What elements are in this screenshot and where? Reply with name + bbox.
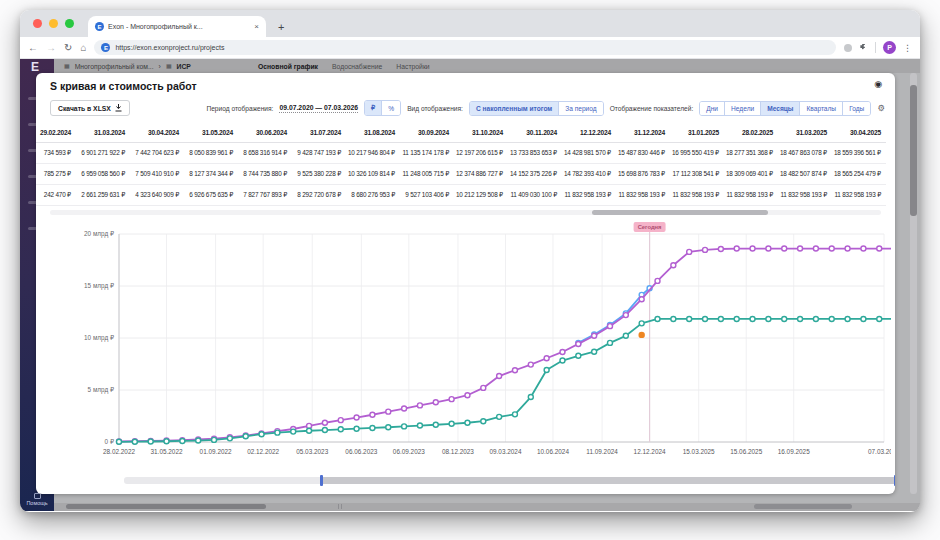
series-purple-marker — [354, 415, 359, 420]
panel-header: S кривая и стоимость работ ◉ — [36, 73, 895, 92]
table-cell: 6 926 675 635 ₽ — [184, 185, 238, 206]
panel-settings-icon[interactable]: ◉ — [874, 80, 882, 89]
table-column-header: 31.12.2024 — [616, 123, 670, 143]
table-cell: 11 832 958 193 ₽ — [778, 185, 832, 206]
download-xlsx-button[interactable]: Скачать в XLSX — [50, 100, 130, 116]
series-purple-marker — [829, 246, 834, 251]
granularity-option-0[interactable]: Дни — [700, 102, 724, 115]
app-tab-2[interactable]: Настройки — [396, 63, 429, 70]
page-bottom-scrollbar — [54, 503, 920, 511]
series-teal-marker — [417, 423, 422, 428]
brush-selected-range[interactable] — [322, 477, 895, 484]
series-teal-marker — [512, 412, 517, 417]
back-icon[interactable]: ← — [28, 43, 38, 53]
bottom-scrollbar-thumb[interactable] — [66, 504, 266, 509]
app-top-strip: ▦ Многопрофильный ком... › ▦ ИСР Основно… — [54, 59, 920, 73]
table-cell: 11 832 958 193 ₽ — [616, 185, 670, 206]
x-tick-label: 28.02.2022 — [103, 448, 135, 455]
browser-tab[interactable]: E Exon - Многопрофильный к... × — [88, 16, 266, 37]
series-teal-marker — [639, 321, 644, 326]
x-tick-label: 06.06.2023 — [345, 448, 377, 455]
table-cell: 7 827 767 893 ₽ — [238, 185, 292, 206]
tab-title: Exon - Многопрофильный к... — [108, 23, 250, 30]
app-tab-1[interactable]: Водоснабжение — [332, 63, 382, 70]
new-tab-button[interactable]: + — [278, 22, 284, 33]
series-purple-marker — [560, 349, 565, 354]
forward-icon[interactable]: → — [46, 43, 56, 53]
y-tick-label: 0 ₽ — [105, 438, 114, 445]
x-tick-label: 10.06.2024 — [537, 448, 569, 455]
chart-brush[interactable] — [124, 477, 895, 484]
granularity-option-4[interactable]: Годы — [842, 102, 870, 115]
series-teal-marker — [259, 432, 264, 437]
bottom-scrollbar-thumb[interactable] — [754, 504, 852, 509]
series-teal-marker — [497, 414, 502, 419]
exon-app: E Помощь ▦ Многопрофильный ком... › ▦ ИС… — [20, 59, 920, 511]
series-teal-marker — [607, 340, 612, 345]
series-purple-marker — [528, 362, 533, 367]
series-purple-marker — [386, 409, 391, 414]
url-text: https://exon.exonproject.ru/projects — [115, 44, 224, 51]
table-column-header: 31.01.2025 — [670, 123, 724, 143]
series-teal-marker — [829, 316, 834, 321]
view-mode-option-1[interactable]: За период — [558, 102, 602, 115]
series-teal-marker — [544, 367, 549, 372]
granularity-option-2[interactable]: Месяцы — [760, 102, 799, 115]
toolbar-right: P ⋮ — [844, 41, 912, 54]
table-cell: 9 527 103 406 ₽ — [400, 185, 454, 206]
series-teal-marker — [734, 316, 739, 321]
granularity-option-1[interactable]: Недели — [724, 102, 760, 115]
breadcrumb-project[interactable]: Многопрофильный ком... — [75, 63, 154, 70]
table-column-header: 30.06.2024 — [238, 123, 292, 143]
brush-right-handle[interactable] — [894, 475, 895, 486]
series-purple-marker — [497, 374, 502, 379]
table-cell: 9 525 380 228 ₽ — [292, 164, 346, 185]
extensions-icon[interactable] — [859, 43, 868, 52]
table-cell: 14 152 375 226 ₽ — [508, 164, 562, 185]
chart-gear-icon[interactable]: ⚙ — [877, 104, 885, 113]
window-close-button[interactable] — [33, 19, 42, 28]
granularity-option-3[interactable]: Кварталы — [799, 102, 842, 115]
app-tab-0[interactable]: Основной график — [258, 63, 318, 70]
status-circle-icon[interactable] — [844, 44, 852, 52]
currency-option-1[interactable]: % — [381, 101, 400, 115]
series-purple-marker — [798, 246, 803, 251]
table-cell: 785 275 ₽ — [36, 164, 76, 185]
breadcrumb-current: ИСР — [177, 63, 191, 70]
series-teal-marker — [750, 316, 755, 321]
table-cell: 4 323 640 909 ₽ — [130, 185, 184, 206]
scurve-chart: 28.02.202231.05.202201.09.202202.12.2022… — [39, 220, 891, 472]
x-tick-label: 01.09.2022 — [200, 448, 232, 455]
brush-left-handle[interactable] — [320, 475, 323, 486]
home-icon[interactable]: ⌂ — [80, 43, 86, 53]
page-vertical-scrollbar — [910, 73, 917, 494]
period-range-value[interactable]: 09.07.2020 — 07.03.2026 — [279, 104, 358, 113]
menu-kebab-icon[interactable]: ⋮ — [903, 43, 912, 53]
panel-toolbar: Скачать в XLSX Период отображения: 09.07… — [36, 92, 895, 116]
panel-title: S кривая и стоимость работ — [50, 80, 197, 92]
app-nav-tabs: Основной графикВодоснабжениеНастройки — [258, 63, 430, 70]
tab-close-icon[interactable]: × — [254, 22, 259, 31]
series-purple-marker — [607, 324, 612, 329]
window-zoom-button[interactable] — [65, 19, 74, 28]
series-teal-marker — [845, 316, 850, 321]
series-teal-marker — [370, 425, 375, 430]
table-cell: 10 217 946 804 ₽ — [346, 143, 400, 164]
table-cell: 15 698 876 783 ₽ — [616, 164, 670, 185]
profile-avatar[interactable]: P — [883, 41, 896, 54]
table-cell: 17 112 308 541 ₽ — [670, 164, 724, 185]
address-bar[interactable]: E https://exon.exonproject.ru/projects — [94, 40, 836, 55]
series-teal-marker — [433, 422, 438, 427]
currency-option-0[interactable]: ₽ — [365, 101, 381, 115]
vertical-scrollbar-thumb[interactable] — [910, 85, 917, 216]
series-teal-marker — [354, 426, 359, 431]
reload-icon[interactable]: ↻ — [64, 43, 72, 53]
table-horizontal-scrollbar — [50, 210, 881, 215]
table-scrollbar-thumb[interactable] — [592, 210, 768, 215]
table-cell: 13 733 853 653 ₽ — [508, 143, 562, 164]
window-minimize-button[interactable] — [49, 19, 58, 28]
view-mode-option-0[interactable]: С накопленным итогом — [470, 102, 558, 115]
series-teal-marker — [386, 425, 391, 430]
sidebar-item-help[interactable]: Помощь — [20, 493, 54, 506]
view-mode-toggle: С накопленным итогомЗа период — [469, 101, 604, 116]
